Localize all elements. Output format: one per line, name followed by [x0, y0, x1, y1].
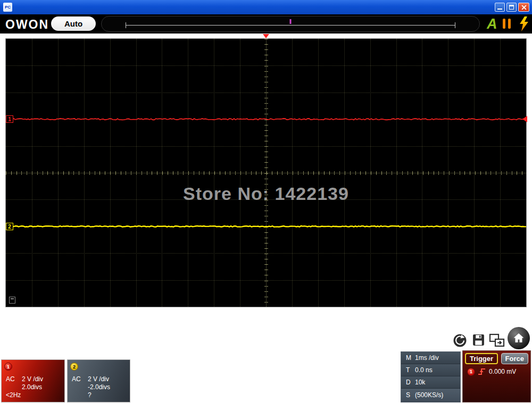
trigger-info: 1 0.000 mV: [463, 364, 530, 376]
trigger-source-label: 1: [470, 369, 472, 374]
channel1-icon: 1: [4, 363, 12, 371]
trigger-delay-label: T: [401, 366, 415, 374]
trigger-delay-row[interactable]: T 0.0 ns: [401, 364, 460, 376]
save-icon[interactable]: [472, 333, 485, 347]
channel1-panel[interactable]: 1 AC 2 V /div 2.0divs <2Hz: [1, 359, 65, 402]
horizontal-position-slider[interactable]: [101, 16, 480, 32]
export-icon[interactable]: [489, 333, 505, 348]
channel1-number: 1: [7, 364, 10, 370]
pause-icon[interactable]: [503, 19, 511, 29]
channel1-marker[interactable]: 1: [6, 115, 13, 123]
close-button[interactable]: [518, 3, 529, 12]
trigger-header: Trigger Force: [463, 351, 530, 364]
channel2-icon: 2: [70, 363, 78, 371]
timebase-value: 1ms /div: [415, 354, 460, 362]
channel2-frequency: ?: [88, 391, 92, 399]
trigger-level-arrow[interactable]: [522, 116, 527, 122]
trace-channel-1: [6, 119, 526, 120]
channel2-coupling: AC: [72, 375, 88, 383]
rising-edge-icon: [478, 367, 486, 376]
minimize-icon: [497, 9, 502, 10]
channel2-scale: 2 V /div: [88, 375, 109, 383]
waveform-traces: [6, 39, 526, 307]
toolbar: OWON Auto A: [0, 14, 532, 33]
display-corner-icon: [9, 297, 15, 304]
close-icon: [519, 3, 529, 11]
sample-rate-value: (500KS/s): [415, 391, 460, 399]
timebase-row[interactable]: M 1ms /div: [401, 352, 460, 364]
channel1-frequency: <2Hz: [6, 391, 22, 399]
sample-rate-label: S: [401, 391, 415, 399]
titlebar: PC: [0, 0, 532, 14]
acquisition-panel[interactable]: M 1ms /div T 0.0 ns D 10k S (500KS/s): [401, 351, 461, 402]
trigger-position-marker[interactable]: [290, 19, 292, 24]
slider-left-tick: [126, 22, 126, 28]
slider-right-tick: [455, 22, 455, 28]
app-icon: PC: [3, 3, 12, 12]
trigger-position-arrow[interactable]: [263, 34, 269, 38]
channel1-coupling: AC: [6, 375, 22, 383]
home-icon[interactable]: [508, 327, 530, 349]
record-depth-label: D: [401, 379, 415, 386]
window-controls: [495, 3, 532, 12]
record-depth-row[interactable]: D 10k: [401, 376, 460, 389]
app-window: PC OWON Auto A Store No: 1422139: [0, 0, 532, 403]
sample-rate-row[interactable]: S (500KS/s): [401, 389, 460, 401]
trace-channel-2: [6, 226, 526, 227]
auto-button[interactable]: Auto: [51, 16, 96, 31]
maximize-icon: [509, 5, 514, 10]
channel2-position: -2.0divs: [88, 383, 110, 391]
trigger-level-value: 0.000 mV: [489, 368, 516, 375]
scope-display[interactable]: Store No: 1422139 1 2: [5, 38, 527, 307]
app-icon-label: PC: [5, 5, 11, 10]
owon-logo: OWON: [5, 18, 49, 32]
trigger-source-icon[interactable]: 1: [467, 368, 475, 376]
trigger-delay-value: 0.0 ns: [415, 366, 460, 374]
flash-icon[interactable]: [518, 16, 530, 31]
channel2-panel[interactable]: 2 AC 2 V /div -2.0divs ?: [67, 359, 130, 402]
channel1-position: 2.0divs: [22, 383, 42, 391]
capture-icon[interactable]: [453, 333, 467, 348]
maximize-button[interactable]: [506, 3, 517, 12]
force-button[interactable]: Force: [501, 353, 528, 364]
channel1-marker-label: 1: [8, 116, 11, 122]
watermark-text: Store No: 1422139: [6, 183, 526, 204]
channel2-readout: AC 2 V /div -2.0divs ?: [72, 375, 130, 399]
channel2-marker-label: 2: [8, 224, 11, 230]
trigger-menu-button[interactable]: Trigger: [465, 353, 498, 364]
record-depth-value: 10k: [415, 379, 460, 386]
auto-trigger-indicator: A: [487, 16, 497, 32]
timebase-label: M: [401, 354, 415, 362]
channel2-number: 2: [73, 364, 76, 370]
slider-track: [126, 25, 455, 26]
channel1-scale: 2 V /div: [22, 375, 43, 383]
minimize-button[interactable]: [495, 3, 505, 12]
channel1-readout: AC 2 V /div 2.0divs <2Hz: [6, 375, 64, 399]
channel2-marker[interactable]: 2: [6, 223, 13, 230]
trigger-panel: Trigger Force 1 0.000 mV: [462, 350, 531, 402]
